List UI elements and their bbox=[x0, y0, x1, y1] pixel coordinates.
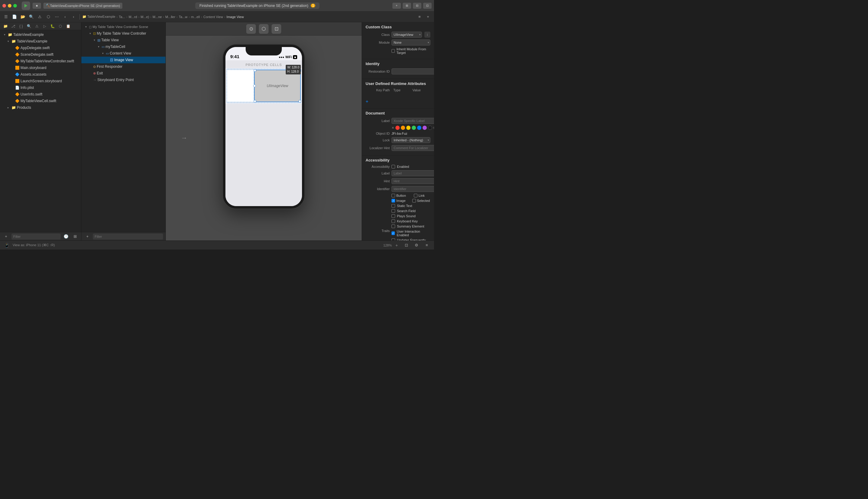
nav-report-icon[interactable]: 📋 bbox=[65, 23, 71, 29]
layout-btn-2[interactable]: ⊟ bbox=[413, 3, 421, 9]
trait-keyboardkey-checkbox[interactable] bbox=[391, 219, 395, 223]
nav-debug-icon[interactable]: 🐛 bbox=[49, 23, 56, 29]
breadcrumb-mller[interactable]: M...ller bbox=[166, 15, 175, 19]
layout-btn-3[interactable]: ⊡ bbox=[423, 3, 431, 9]
toolbar-issues[interactable]: ⚠ bbox=[36, 13, 44, 21]
add-button[interactable]: + bbox=[392, 3, 401, 9]
zoom-fit-btn[interactable]: ⊡ bbox=[403, 242, 410, 249]
acc-identifier-input[interactable] bbox=[391, 186, 434, 192]
sort-files-btn[interactable]: ⊞ bbox=[71, 233, 79, 240]
inspector-toggle[interactable]: ≡ bbox=[416, 13, 423, 21]
trait-image-checkbox[interactable]: ✓ bbox=[391, 199, 395, 203]
module-select[interactable]: None bbox=[391, 39, 430, 46]
toolbar-open[interactable]: 📂 bbox=[19, 13, 26, 21]
inspector-toggle-right[interactable]: ≡ bbox=[423, 242, 430, 249]
trait-updatesfrequently-checkbox[interactable] bbox=[391, 238, 395, 241]
doc-label-input[interactable] bbox=[391, 118, 434, 124]
breadcrumb-contentview[interactable]: Content View bbox=[204, 15, 223, 19]
nav-issue-icon[interactable]: ⚠ bbox=[34, 23, 40, 29]
tree-item-products[interactable]: ▸ 📁 Products bbox=[0, 104, 81, 111]
image-view-selected[interactable]: UIImageView W: 128.0 H: 128.0 bbox=[254, 70, 301, 102]
trait-userinteraction-checkbox[interactable]: ✓ bbox=[391, 231, 395, 235]
scene-item-exit[interactable]: ⊗ Exit bbox=[81, 70, 166, 76]
device-icon[interactable]: 📱 bbox=[4, 242, 10, 248]
color-yellow[interactable] bbox=[406, 126, 411, 130]
trait-summaryelement-checkbox[interactable] bbox=[391, 224, 395, 228]
class-select[interactable]: UIImageView bbox=[391, 32, 422, 38]
run-button[interactable] bbox=[22, 1, 30, 10]
canvas-btn-2[interactable]: ⬡ bbox=[259, 24, 269, 34]
tree-item-scenedelegate[interactable]: 🔶 SceneDelegate.swift bbox=[0, 51, 81, 58]
tree-item-subgroup[interactable]: ▾ 📁 TableViewExample bbox=[0, 38, 81, 45]
nav-breakpoint-icon[interactable]: ⬡ bbox=[57, 23, 63, 29]
zoom-button[interactable] bbox=[13, 4, 17, 8]
trait-searchfield-checkbox[interactable] bbox=[391, 209, 395, 213]
trait-playssound-checkbox[interactable] bbox=[391, 214, 395, 218]
tree-item-userinfo[interactable]: 🔶 UserInfo.swift bbox=[0, 91, 81, 98]
toolbar-new[interactable]: 📄 bbox=[11, 13, 18, 21]
breadcrumb-me[interactable]: M...e) bbox=[141, 15, 149, 19]
scene-item-imageview[interactable]: 🖼 Image View bbox=[81, 57, 166, 63]
trait-link-checkbox[interactable] bbox=[414, 194, 417, 197]
nav-test-icon[interactable]: ▷ bbox=[41, 23, 48, 29]
inherit-checkbox[interactable] bbox=[391, 49, 395, 53]
scene-item-firstresponder[interactable]: ⊙ First Responder bbox=[81, 63, 166, 70]
breadcrumb-tableviewexample[interactable]: 📁 TableViewExample bbox=[82, 15, 115, 19]
scene-filter-input[interactable] bbox=[93, 233, 163, 240]
tree-item-assets[interactable]: 🔷 Assets.xcassets bbox=[0, 71, 81, 78]
nav-forward[interactable]: › bbox=[70, 13, 77, 21]
color-green[interactable] bbox=[412, 126, 416, 130]
scene-item-contentview[interactable]: ▾ ▭ Content View bbox=[81, 50, 166, 57]
canvas-btn-1[interactable]: ⊙ bbox=[246, 24, 256, 34]
toolbar-more[interactable]: ⋯ bbox=[53, 13, 60, 21]
scheme-selector[interactable]: 🔨 TableViewExample › iPhone SE (2nd gene… bbox=[44, 3, 122, 9]
library-btn[interactable]: + bbox=[424, 13, 431, 21]
class-info-btn[interactable]: i bbox=[424, 32, 430, 38]
sidebar-toggle-left[interactable]: ☰ bbox=[2, 13, 10, 21]
minimize-button[interactable] bbox=[8, 4, 11, 8]
localizer-hint-input[interactable] bbox=[391, 145, 434, 151]
color-red[interactable] bbox=[395, 126, 400, 130]
canvas-btn-3[interactable]: ⊡ bbox=[271, 24, 281, 34]
nav-folder-icon[interactable]: 📁 bbox=[2, 23, 9, 29]
scene-item-storyboardentry[interactable]: → Storyboard Entry Point bbox=[81, 76, 166, 83]
tree-item-infoplist[interactable]: 📄 Info.plist bbox=[0, 84, 81, 91]
zoom-in-btn[interactable]: + bbox=[394, 242, 400, 248]
breadcrumb-mell[interactable]: m...ell bbox=[191, 15, 200, 19]
scene-item-controller[interactable]: ▾ ⊡ My Table Table View Controller bbox=[81, 30, 166, 37]
color-purple[interactable] bbox=[423, 126, 427, 130]
toolbar-breakpoints[interactable]: ⬡ bbox=[45, 13, 52, 21]
add-file-button[interactable]: + bbox=[2, 233, 10, 240]
canvas-settings-btn[interactable]: ⚙ bbox=[413, 242, 420, 249]
toolbar-search[interactable]: 🔍 bbox=[28, 13, 35, 21]
tree-item-launchscreen[interactable]: 🟧 LaunchScreen.storyboard bbox=[0, 78, 81, 84]
color-gray[interactable] bbox=[433, 126, 434, 130]
scene-item-scene[interactable]: ▾ ◻ My Table Table View Controller Scene bbox=[81, 24, 166, 30]
restoration-id-input[interactable] bbox=[391, 69, 434, 74]
recent-files-btn[interactable]: 🕐 bbox=[62, 233, 70, 240]
accessibility-enabled-checkbox[interactable] bbox=[391, 165, 395, 168]
file-filter-input[interactable] bbox=[11, 233, 61, 240]
scene-item-mytablecell[interactable]: ▾ ▭ myTableCell bbox=[81, 44, 166, 50]
breadcrumb-mrd[interactable]: M...rd bbox=[129, 15, 137, 19]
trait-statictext-checkbox[interactable] bbox=[391, 204, 395, 208]
tree-item-mytablevc[interactable]: 🔶 MyTableTableViewController.swift bbox=[0, 58, 81, 64]
tree-item-appdelegate[interactable]: 🔶 AppDelegate.swift bbox=[0, 45, 81, 51]
color-orange[interactable] bbox=[401, 126, 405, 130]
close-button[interactable] bbox=[2, 4, 6, 8]
trait-button-checkbox[interactable] bbox=[391, 194, 395, 197]
breadcrumb-ta[interactable]: Ta... bbox=[119, 15, 125, 19]
tree-item-root[interactable]: ▾ 📁 TableViewExample bbox=[0, 31, 81, 38]
stop-button[interactable]: ■ bbox=[33, 3, 41, 9]
color-black[interactable] bbox=[428, 126, 432, 130]
lock-select[interactable]: Inherited - (Nothing) bbox=[391, 137, 430, 143]
nav-git-icon[interactable]: ⎇ bbox=[10, 23, 16, 29]
scene-add-button[interactable]: + bbox=[84, 233, 91, 240]
color-x-btn[interactable]: ✕ bbox=[391, 126, 394, 130]
layout-btn-1[interactable]: ⊞ bbox=[403, 3, 411, 9]
tree-item-mainstoryboard[interactable]: 🟧 Main.storyboard bbox=[0, 64, 81, 71]
breadcrumb-imageview[interactable]: Image View bbox=[227, 15, 244, 19]
lock-select-wrapper[interactable]: Inherited - (Nothing) ▾ bbox=[391, 137, 430, 143]
breadcrumb-mne[interactable]: M...ne bbox=[152, 15, 162, 19]
scene-item-tableview[interactable]: ▾ ▤ Table View bbox=[81, 37, 166, 44]
